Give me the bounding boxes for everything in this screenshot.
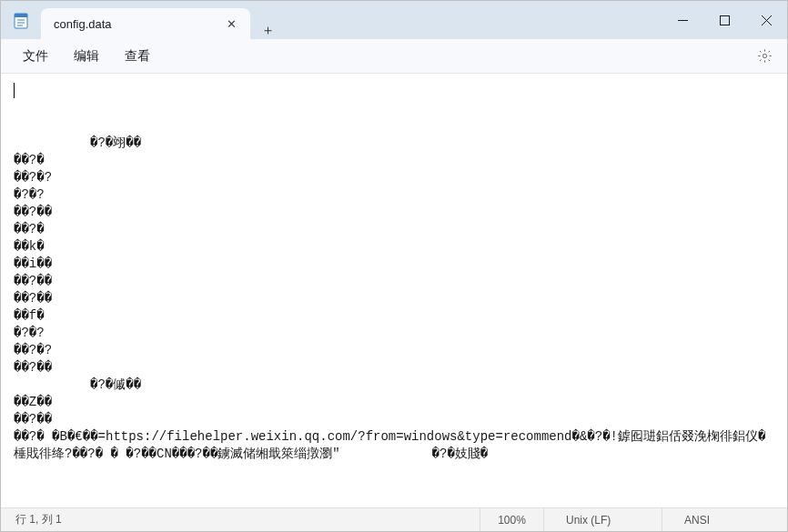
tab-title: config.data: [54, 17, 221, 31]
status-zoom[interactable]: 100%: [480, 508, 543, 531]
close-window-button[interactable]: [745, 1, 787, 39]
minimize-icon: [678, 15, 688, 25]
tab-strip: config.data ✕ ＋: [41, 1, 285, 39]
svg-rect-1: [15, 14, 27, 17]
status-position[interactable]: 行 1, 列 1: [8, 512, 480, 527]
editor-line: ��i��: [14, 256, 774, 273]
menu-view[interactable]: 查看: [112, 43, 163, 70]
settings-button[interactable]: [751, 43, 778, 70]
gear-icon: [757, 48, 773, 64]
editor-line: ��f�: [14, 307, 774, 325]
editor-line: ��?� �B�€��=https://filehelper.weixin.qq…: [14, 428, 774, 463]
status-encoding[interactable]: ANSI: [662, 508, 780, 531]
editor-line: ��Z��: [14, 394, 774, 411]
close-tab-button[interactable]: ✕: [221, 14, 241, 34]
minimize-button[interactable]: [662, 1, 703, 39]
editor-line: ��?�: [14, 152, 774, 169]
titlebar: config.data ✕ ＋: [1, 1, 787, 39]
text-caret: [14, 83, 15, 98]
menu-edit[interactable]: 编辑: [61, 43, 112, 70]
editor-line: [14, 117, 774, 135]
svg-point-6: [763, 54, 766, 57]
maximize-button[interactable]: [703, 1, 745, 39]
svg-rect-5: [720, 15, 729, 25]
text-editor[interactable]: �?�翊����?���?�?�?�?��?����?���k���i����?…: [1, 74, 787, 507]
editor-line: ��?��: [14, 290, 774, 307]
menubar: 文件 编辑 查看: [1, 39, 787, 74]
editor-line: ��?�: [14, 221, 774, 238]
status-eol[interactable]: Unix (LF): [543, 508, 662, 531]
editor-line: �?�?: [14, 186, 774, 204]
titlebar-spacer: [285, 1, 662, 39]
editor-line: ��?��: [14, 411, 774, 428]
statusbar: 行 1, 列 1 100% Unix (LF) ANSI: [1, 507, 787, 531]
new-tab-button[interactable]: ＋: [250, 22, 285, 39]
editor-line: ��?��: [14, 204, 774, 221]
editor-line: ��?��: [14, 359, 774, 376]
maximize-icon: [720, 15, 730, 25]
plus-icon: ＋: [261, 22, 275, 39]
notepad-icon: [14, 11, 28, 29]
editor-line: ��?�?: [14, 342, 774, 359]
editor-line: ��?�?: [14, 169, 774, 186]
editor-line: �?�翊��: [14, 135, 774, 152]
window-controls: [662, 1, 787, 39]
editor-line: ��?��: [14, 273, 774, 290]
close-icon: [762, 15, 772, 25]
app-icon: [1, 1, 41, 39]
editor-line: ��k�: [14, 238, 774, 256]
menu-file[interactable]: 文件: [10, 43, 61, 70]
tab-config-data[interactable]: config.data ✕: [41, 8, 250, 39]
editor-line: �?�傶��: [14, 376, 774, 394]
editor-line: �?�?: [14, 325, 774, 342]
